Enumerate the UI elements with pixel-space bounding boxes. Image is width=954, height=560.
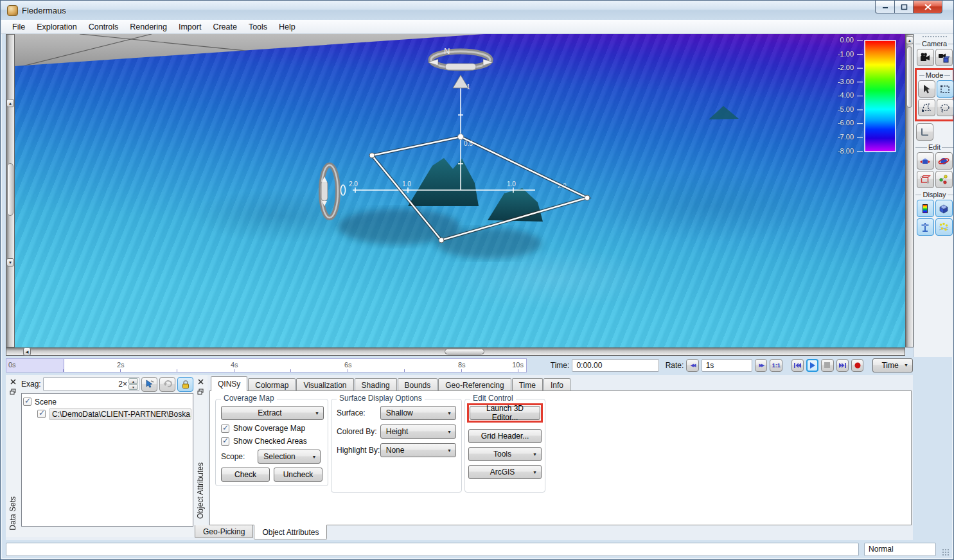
display-measure-tool-button[interactable] <box>917 218 934 236</box>
polygon-handle[interactable] <box>369 153 375 158</box>
show-coverage-map-row[interactable]: ✓ Show Coverage Map <box>221 424 322 433</box>
lock-button[interactable] <box>177 377 193 392</box>
tree-row-dataset[interactable]: ✓ C:\DemoData\CLIENT-PARTNER\Boska... <box>23 408 191 420</box>
exag-spinner[interactable]: ▲ ▼ <box>128 378 138 390</box>
menu-controls[interactable]: Controls <box>83 21 125 33</box>
display-colorbar-button[interactable] <box>917 200 934 217</box>
tab-visualization[interactable]: Visualization <box>296 378 353 391</box>
undo-button[interactable] <box>159 377 175 392</box>
tab-geo-picking[interactable]: Geo-Picking <box>195 525 253 538</box>
menu-rendering[interactable]: Rendering <box>124 21 173 33</box>
viewport-hscrollbar[interactable]: ◀ <box>6 347 905 356</box>
scene-tree[interactable]: ✓ Scene ✓ C:\DemoData\CLIENT-PARTNER\Bos… <box>21 393 193 527</box>
check-button[interactable]: Check <box>221 468 270 482</box>
scene-checkbox[interactable]: ✓ <box>23 398 31 406</box>
tab-bounds[interactable]: Bounds <box>398 378 438 391</box>
scroll-up-icon[interactable]: ▲ <box>6 99 14 107</box>
polygon-select-button[interactable] <box>918 99 935 116</box>
corner-angle-button[interactable] <box>916 123 933 141</box>
axis-handle[interactable] <box>341 185 346 195</box>
pick-tool-button[interactable] <box>141 377 157 392</box>
spinner-down-icon[interactable]: ▼ <box>128 384 138 390</box>
show-checked-areas-row[interactable]: ✓ Show Checked Areas <box>221 437 322 446</box>
toolbar-grip[interactable] <box>923 36 947 37</box>
exag-input[interactable]: 2× ▲ ▼ <box>43 377 139 391</box>
menu-file[interactable]: File <box>6 21 31 33</box>
dataset-checkbox[interactable]: ✓ <box>37 410 46 418</box>
object-attributes-vertical-tab[interactable]: Object Attributes <box>196 462 205 519</box>
time-input[interactable]: 0:00.00 <box>572 359 658 372</box>
viewport-vscrollbar-right[interactable]: ▲ <box>905 34 914 347</box>
colored-by-dropdown[interactable]: Height ▼ <box>380 424 456 439</box>
grid-header-button[interactable]: Grid Header... <box>468 429 542 443</box>
rate-decrease-button[interactable]: ◀◀ <box>686 359 698 372</box>
rate-increase-button[interactable]: ▶▶ <box>755 359 767 372</box>
maximize-button[interactable] <box>895 1 914 13</box>
menu-create[interactable]: Create <box>207 21 243 33</box>
scroll-up-icon[interactable]: ▲ <box>906 36 914 44</box>
viewport-vscrollbar-left[interactable]: ▲ ▼ <box>6 34 15 347</box>
data-sets-vertical-tab[interactable]: Data Sets <box>8 496 17 530</box>
display-points-button[interactable] <box>935 218 953 236</box>
scope-dropdown[interactable]: Selection ▼ <box>258 450 321 464</box>
tab-time[interactable]: Time <box>512 378 543 391</box>
tab-geo-referencing[interactable]: Geo-Referencing <box>438 378 511 391</box>
panel-float-button[interactable] <box>8 387 17 396</box>
scroll-left-icon[interactable]: ◀ <box>23 347 31 356</box>
menu-help[interactable]: Help <box>273 21 301 33</box>
spinner-up-icon[interactable]: ▲ <box>128 378 138 384</box>
tools-dropdown-button[interactable]: Tools ▼ <box>468 447 542 461</box>
show-checked-areas-checkbox[interactable]: ✓ <box>221 437 229 446</box>
menu-tools[interactable]: Tools <box>243 21 273 33</box>
record-button[interactable] <box>851 359 863 372</box>
extract-dropdown-button[interactable]: Extract ▼ <box>221 406 324 420</box>
tab-info[interactable]: Info <box>543 378 570 391</box>
stop-button[interactable] <box>821 359 833 372</box>
camera-orbit-button[interactable] <box>917 49 934 66</box>
lasso-select-button[interactable] <box>937 99 954 116</box>
compass-widget[interactable]: N <box>428 46 493 88</box>
camera-to-object-button[interactable] <box>935 49 953 66</box>
skip-to-end-button[interactable] <box>836 359 849 372</box>
skip-to-start-button[interactable] <box>791 359 804 372</box>
polygon-handle[interactable] <box>585 195 590 200</box>
status-message-field[interactable] <box>6 543 859 556</box>
arcgis-dropdown-button[interactable]: ArcGIS ▼ <box>468 465 542 479</box>
scrollbar-thumb[interactable] <box>445 349 484 354</box>
rectangle-select-button[interactable] <box>937 80 954 98</box>
edit-translate-button[interactable] <box>917 152 934 170</box>
minimize-button[interactable] <box>875 1 895 13</box>
play-button[interactable] <box>806 359 818 372</box>
select-cursor-button[interactable] <box>918 80 935 98</box>
resize-grip[interactable] <box>941 548 950 556</box>
timeline-mode-dropdown[interactable]: Time ▼ <box>872 358 913 372</box>
tab-qinsy[interactable]: QINSy <box>211 376 247 391</box>
scrollbar-thumb[interactable] <box>7 163 13 216</box>
scroll-down-icon[interactable]: ▼ <box>6 258 14 267</box>
up-arrow-cone[interactable] <box>453 75 468 88</box>
rotate-ring-widget[interactable] <box>321 165 338 218</box>
tab-shading[interactable]: Shading <box>355 378 397 391</box>
axis-handle[interactable] <box>458 134 464 140</box>
edit-points-button[interactable] <box>935 171 953 188</box>
tree-row-scene[interactable]: ✓ Scene <box>23 396 191 408</box>
tab-object-attributes[interactable]: Object Attributes <box>254 525 327 539</box>
display-surface-button[interactable] <box>935 200 953 217</box>
scene-3d-viewport[interactable]: 2.0 1.0 1.0 2.0 1 0.5 <box>15 34 905 347</box>
show-coverage-map-checkbox[interactable]: ✓ <box>221 424 229 433</box>
status-mode-field[interactable]: Normal <box>864 543 936 556</box>
close-button[interactable] <box>914 1 942 13</box>
launch-3d-editor-button[interactable]: Launch 3D Editor... <box>470 406 540 420</box>
rate-one-to-one-button[interactable]: 1:1 <box>770 359 782 372</box>
polygon-handle[interactable] <box>439 238 444 243</box>
scene-root-label[interactable]: Scene <box>35 398 57 407</box>
panel-close-button[interactable] <box>8 377 17 386</box>
menu-import[interactable]: Import <box>173 21 207 33</box>
title-bar[interactable]: Fledermaus <box>1 1 953 20</box>
panel-float-button[interactable] <box>196 387 205 396</box>
edit-bounding-box-button[interactable] <box>917 171 934 188</box>
panel-close-button[interactable] <box>196 377 205 386</box>
uncheck-button[interactable]: Uncheck <box>274 468 322 482</box>
rate-input[interactable]: 1s <box>702 359 752 372</box>
surface-dropdown[interactable]: Shallow ▼ <box>380 406 456 420</box>
